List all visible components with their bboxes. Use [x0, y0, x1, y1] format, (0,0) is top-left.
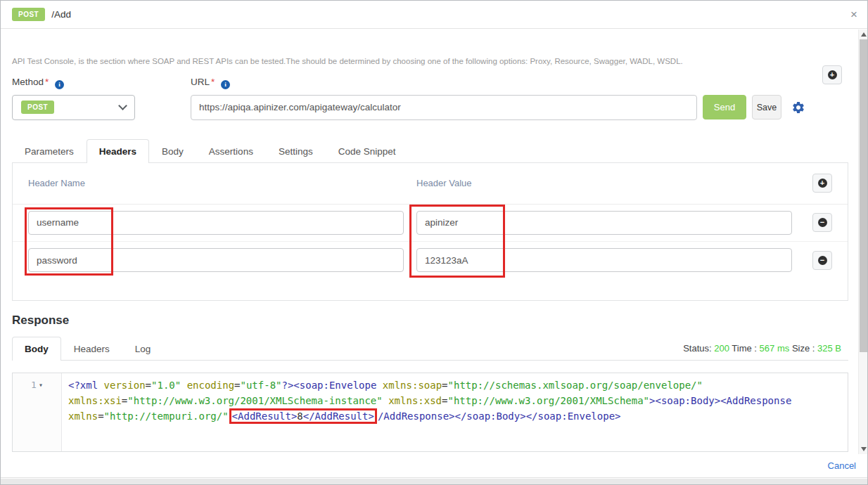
headers-panel-head: Header Name Header Value +	[13, 163, 848, 205]
add-header-button[interactable]: +	[812, 174, 832, 193]
remove-header-button[interactable]: −	[812, 213, 832, 232]
required-mark: *	[211, 77, 215, 87]
modal-header: POST /Add ×	[1, 1, 867, 29]
response-tab-headers[interactable]: Headers	[61, 337, 122, 361]
gear-icon[interactable]	[791, 101, 805, 115]
method-label: Method	[12, 77, 44, 87]
header-name-input[interactable]	[28, 248, 404, 272]
close-icon[interactable]: ×	[850, 8, 857, 20]
response-body-editor: 1 ▾ <?xml version="1.0" encoding="utf-8"…	[12, 373, 848, 452]
minus-icon: −	[818, 218, 827, 227]
headers-panel: Header Name Header Value + − −	[12, 162, 848, 301]
tab-parameters[interactable]: Parameters	[12, 139, 87, 163]
horizontal-scrollbar[interactable]	[1, 479, 867, 484]
header-row: −	[13, 242, 848, 279]
api-test-console-modal: POST /Add × + API Test Console, is the s…	[0, 0, 868, 485]
add-button-top[interactable]: +	[822, 65, 842, 84]
size-value: 325 B	[817, 343, 841, 354]
method-badge: POST	[12, 8, 45, 21]
remove-header-button[interactable]: −	[812, 251, 832, 270]
tab-body[interactable]: Body	[149, 139, 196, 163]
tab-code-snippet[interactable]: Code Snippet	[326, 139, 409, 163]
size-label: Size :	[792, 343, 815, 354]
time-value: 567 ms	[760, 343, 790, 354]
request-tabs: Parameters Headers Body Assertions Setti…	[12, 139, 856, 162]
required-mark: *	[45, 77, 49, 87]
scroll-up-icon[interactable]	[861, 32, 867, 37]
line-number: 1	[31, 380, 37, 390]
method-label-wrap: Method* i	[12, 77, 191, 89]
info-icon[interactable]: i	[55, 80, 64, 89]
response-tab-log[interactable]: Log	[122, 337, 164, 361]
minus-icon: −	[818, 256, 827, 265]
modal-title: /Add	[51, 9, 71, 20]
header-value-column-label: Header Value	[416, 178, 792, 188]
save-button[interactable]: Save	[752, 95, 781, 119]
response-status-line: Status: 200 Time : 567 ms Size : 325 B	[683, 343, 848, 354]
send-button[interactable]: Send	[703, 95, 746, 119]
annotation-box-addresult: <AddResult>8</AddResult>	[229, 408, 377, 424]
response-tab-body[interactable]: Body	[12, 337, 61, 361]
cancel-link[interactable]: Cancel	[828, 460, 856, 471]
url-input[interactable]	[191, 95, 697, 120]
status-value: 200	[714, 343, 729, 354]
code-line: <?xml version="1.0" encoding="utf-8"?><s…	[68, 377, 848, 393]
time-label: Time :	[732, 343, 757, 354]
chevron-down-icon	[118, 101, 127, 110]
plus-icon: +	[828, 70, 837, 79]
method-select[interactable]: POST	[12, 95, 135, 120]
editor-gutter: 1 ▾	[13, 373, 62, 451]
status-label: Status:	[683, 343, 711, 354]
request-controls-row: POST Send Save	[12, 95, 856, 120]
scrollbar-thumb[interactable]	[860, 39, 867, 352]
info-icon[interactable]: i	[221, 80, 230, 89]
response-xml-code: <?xml version="1.0" encoding="utf-8"?><s…	[62, 373, 848, 451]
code-line: xmlns:xsi="http://www.w3.org/2001/XMLSch…	[68, 393, 848, 408]
scroll-down-icon[interactable]	[861, 447, 867, 451]
plus-icon: +	[818, 179, 827, 188]
header-name-column-label: Header Name	[28, 178, 404, 188]
vertical-scrollbar[interactable]	[858, 30, 867, 454]
field-labels-row: Method* i URL* i	[12, 77, 856, 89]
footer-divider	[1, 477, 867, 478]
response-title: Response	[12, 313, 856, 328]
console-description: API Test Console, is the section where S…	[12, 29, 856, 65]
url-label: URL	[191, 77, 210, 87]
tab-headers[interactable]: Headers	[87, 139, 149, 163]
header-value-input[interactable]	[416, 211, 792, 235]
header-row: −	[13, 205, 848, 242]
modal-body: + API Test Console, is the section where…	[1, 29, 867, 452]
header-value-input[interactable]	[416, 248, 792, 272]
tab-settings[interactable]: Settings	[266, 139, 326, 163]
method-select-value: POST	[21, 101, 54, 114]
response-tabs: Body Headers Log Status: 200 Time : 567 …	[12, 337, 848, 361]
header-name-input[interactable]	[28, 211, 404, 235]
tab-assertions[interactable]: Assertions	[196, 139, 266, 163]
code-line: xmlns="http://tempuri.org/"<AddResult>8<…	[68, 408, 848, 424]
fold-arrow-icon[interactable]: ▾	[39, 381, 43, 389]
url-label-wrap: URL* i	[191, 77, 230, 89]
